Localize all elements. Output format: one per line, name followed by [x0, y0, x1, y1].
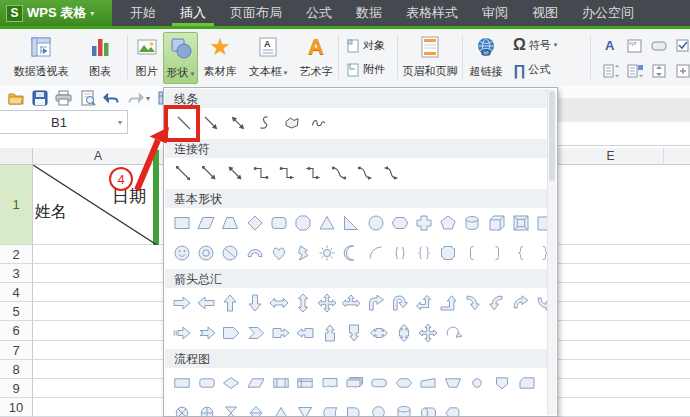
- shape-sort-icon[interactable]: [244, 400, 269, 417]
- grid-row-4[interactable]: [33, 283, 163, 302]
- shape-bent-up-arrow-icon[interactable]: [436, 290, 460, 316]
- shape-up-down-arrow-icon[interactable]: [291, 290, 315, 316]
- picture-button[interactable]: 图片: [131, 32, 162, 82]
- shape-left-right-arrow-callout-icon[interactable]: [367, 320, 392, 346]
- row-header-10[interactable]: 10: [0, 398, 33, 417]
- shape-block-arc-icon[interactable]: [243, 240, 267, 266]
- shape-u-turn-arrow-icon[interactable]: [388, 290, 412, 316]
- row-header-3[interactable]: 3: [0, 264, 33, 283]
- shape-alternate-process-icon[interactable]: [195, 370, 220, 396]
- shape-display-icon[interactable]: [441, 400, 466, 417]
- shape-elbow-double-arrow-connector-icon[interactable]: [300, 160, 326, 186]
- shape-stored-data-icon[interactable]: [318, 400, 343, 417]
- spinner-list-icon[interactable]: [601, 60, 621, 82]
- shape-magnetic-disk-icon[interactable]: [391, 400, 416, 417]
- symbol-button[interactable]: Ω 符号 ▾: [513, 36, 557, 54]
- shape-down-arrow-icon[interactable]: [243, 290, 267, 316]
- shape-moon-icon[interactable]: [339, 240, 363, 266]
- shape-collate-icon[interactable]: [219, 400, 244, 417]
- shape-circular-arrow-icon[interactable]: [441, 320, 466, 346]
- shape-no-symbol-icon[interactable]: [218, 240, 242, 266]
- shape-off-page-connector-icon[interactable]: [490, 370, 515, 396]
- shape-data-icon[interactable]: [244, 370, 269, 396]
- column-header-f[interactable]: [663, 148, 690, 165]
- shape-quad-arrow-callout-icon[interactable]: [416, 320, 441, 346]
- shape-elbow-arrow-connector-icon[interactable]: [274, 160, 300, 186]
- grid-row-4[interactable]: [558, 283, 690, 302]
- stepper-icon[interactable]: [673, 60, 690, 82]
- shape-octagon-icon[interactable]: [291, 210, 315, 236]
- spinner-list-colored-icon[interactable]: [625, 60, 645, 82]
- shape-preparation-icon[interactable]: [391, 370, 416, 396]
- shape-card-icon[interactable]: [514, 370, 539, 396]
- shape-diamond-icon[interactable]: [243, 210, 267, 236]
- shape-can-icon[interactable]: [460, 210, 484, 236]
- shape-parallelogram-icon[interactable]: [194, 210, 218, 236]
- shape-manual-input-icon[interactable]: [416, 370, 441, 396]
- shape-predefined-process-icon[interactable]: [268, 370, 293, 396]
- save-icon[interactable]: [31, 89, 49, 107]
- app-logo[interactable]: S WPS 表格 ▾: [0, 0, 112, 26]
- row-header-8[interactable]: 8: [0, 360, 33, 379]
- shape-cube-icon[interactable]: [484, 210, 508, 236]
- shape-left-arrow-icon[interactable]: [194, 290, 218, 316]
- row-header-7[interactable]: 7: [0, 341, 33, 360]
- shape-connector-icon[interactable]: [465, 370, 490, 396]
- shape-sun-icon[interactable]: [315, 240, 339, 266]
- menu-scrollbar[interactable]: [547, 89, 556, 415]
- shape-double-brace-icon[interactable]: [412, 240, 436, 266]
- shape-multidocument-icon[interactable]: [342, 370, 367, 396]
- shape-smiley-face-icon[interactable]: [170, 240, 194, 266]
- shape-plaque-icon[interactable]: [436, 240, 460, 266]
- shape-left-brace-icon[interactable]: [509, 240, 533, 266]
- shape-up-down-arrow-callout-icon[interactable]: [391, 320, 416, 346]
- shape-notched-right-arrow-icon[interactable]: [195, 320, 220, 346]
- shape-double-arrow-icon[interactable]: [224, 110, 251, 136]
- shape-trapezoid-icon[interactable]: [218, 210, 242, 236]
- shape-chevron-icon[interactable]: [244, 320, 269, 346]
- shape-striped-right-arrow-icon[interactable]: [170, 320, 195, 346]
- grid-row-10[interactable]: [558, 398, 690, 417]
- grid-row-6[interactable]: [33, 321, 163, 341]
- grid-row-7[interactable]: [558, 341, 690, 360]
- grid-row-2[interactable]: [33, 245, 163, 264]
- shape-internal-storage-icon[interactable]: [293, 370, 318, 396]
- shape-donut-icon[interactable]: [194, 240, 218, 266]
- shape-bevel-icon[interactable]: [509, 210, 533, 236]
- grid-row-1[interactable]: [558, 165, 690, 245]
- shape-up-arrow-callout-icon[interactable]: [318, 320, 343, 346]
- xyz-page-icon[interactable]: xyz: [625, 35, 645, 57]
- tab-view[interactable]: 视图: [520, 0, 570, 26]
- tab-review[interactable]: 审阅: [470, 0, 520, 26]
- shape-rectangle-icon[interactable]: [170, 210, 194, 236]
- shape-left-right-arrow-icon[interactable]: [267, 290, 291, 316]
- grid-row-2[interactable]: [558, 245, 690, 264]
- shape-right-arrow-callout-icon[interactable]: [268, 320, 293, 346]
- hyperlink-button[interactable]: 超链接: [466, 32, 506, 82]
- shape-straight-arrow-connector-icon[interactable]: [196, 160, 222, 186]
- button-control-icon[interactable]: [649, 35, 669, 57]
- pivot-table-button[interactable]: 数据透视表: [8, 32, 74, 82]
- shape-terminator-icon[interactable]: [367, 370, 392, 396]
- grid-row-7[interactable]: [33, 341, 163, 360]
- shape-straight-double-arrow-connector-icon[interactable]: [222, 160, 248, 186]
- shape-curved-arrow-connector-icon[interactable]: [352, 160, 378, 186]
- select-all-corner[interactable]: [0, 148, 33, 165]
- name-box[interactable]: B1 ▾: [0, 110, 128, 134]
- text-label-icon[interactable]: A: [601, 35, 621, 57]
- shape-bent-arrow-icon[interactable]: [364, 290, 388, 316]
- spinner-icon[interactable]: [649, 60, 669, 82]
- tab-data[interactable]: 数据: [344, 0, 394, 26]
- shape-extract-icon[interactable]: [268, 400, 293, 417]
- shape-oval-icon[interactable]: [364, 210, 388, 236]
- grid-row-8[interactable]: [33, 360, 163, 379]
- shape-left-arrow-callout-icon[interactable]: [293, 320, 318, 346]
- wordart-button[interactable]: A 艺术字: [295, 32, 337, 82]
- header-footer-button[interactable]: 页眉和页脚: [401, 32, 459, 82]
- shape-direct-access-storage-icon[interactable]: [416, 400, 441, 417]
- row-header-4[interactable]: 4: [0, 283, 33, 302]
- shape-isosceles-triangle-icon[interactable]: [315, 210, 339, 236]
- grid-cells-right[interactable]: [558, 165, 690, 417]
- assets-library-button[interactable]: ★ 素材库: [199, 32, 241, 82]
- open-folder-icon[interactable]: [7, 89, 25, 107]
